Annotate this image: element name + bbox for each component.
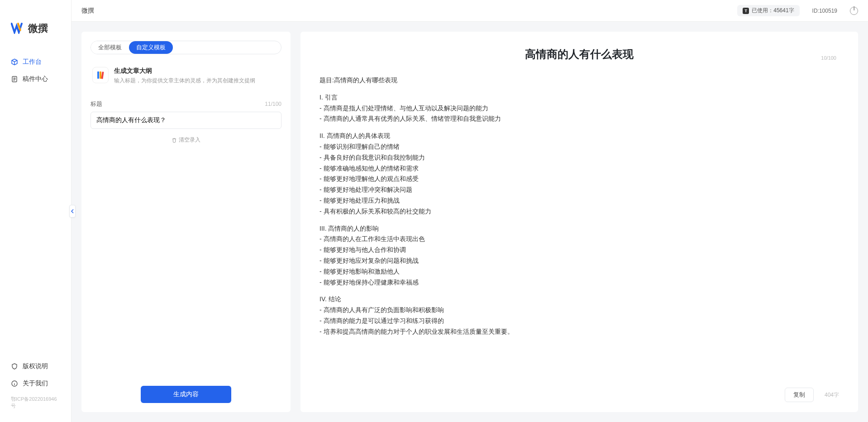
doc-section: III. 高情商的人的影响- 高情商的人在工作和生活中表现出色- 能够更好地与他… — [320, 223, 839, 288]
doc-line: - 能够更好地处理压力和挑战 — [320, 195, 839, 206]
topbar-right: T 已使用：45641字 ID:100519 — [737, 5, 858, 16]
doc-line: - 具有积极的人际关系和较高的社交能力 — [320, 206, 839, 217]
user-id: ID:100519 — [812, 8, 837, 14]
doc-line: - 高情商的能力是可以通过学习和练习获得的 — [320, 316, 839, 327]
nav-item-about[interactable]: 关于我们 — [0, 375, 71, 392]
output-footer: 复制 404字 — [785, 388, 839, 402]
workspace: 全部模板 自定义模板 生成文章大纲 输入标题，为你提供文章主体的灵感，并为其创建… — [72, 22, 868, 422]
nav-label: 版权说明 — [23, 362, 48, 370]
copy-button[interactable]: 复制 — [785, 388, 814, 402]
doc-line: - 能够更好地保持心理健康和幸福感 — [320, 277, 839, 288]
sidebar: 微撰 工作台 稿件中心 版权说明 关于我们 鄂ICP备2022016946号 — [0, 0, 72, 422]
svg-rect-2 — [97, 71, 99, 79]
doc-line: - 能够更好地理解他人的观点和感受 — [320, 174, 839, 185]
title-input[interactable] — [91, 112, 281, 129]
title-input-wrap — [91, 112, 281, 129]
brand-name: 微撰 — [28, 22, 48, 35]
usage-label: 已使用：45641字 — [752, 7, 794, 14]
tool-card: 生成文章大纲 输入标题，为你提供文章主体的灵感，并为其创建推文提纲 — [91, 62, 281, 89]
template-tabs: 全部模板 自定义模板 — [91, 41, 281, 54]
doc-section-heading: I. 引言 — [320, 92, 839, 103]
trash-icon — [172, 138, 177, 143]
doc-icon — [11, 76, 18, 83]
doc-topic-line: 题目:高情商的人有哪些表现 — [320, 75, 839, 86]
doc-line: - 高情商的人具有广泛的负面影响和积极影响 — [320, 305, 839, 316]
doc-section-heading: IV. 结论 — [320, 294, 839, 305]
tool-desc: 输入标题，为你提供文章主体的灵感，并为其创建推文提纲 — [114, 77, 255, 85]
doc-section: I. 引言- 高情商是指人们处理情绪、与他人互动以及解决问题的能力- 高情商的人… — [320, 92, 839, 124]
doc-line: - 能够准确地感知他人的情绪和需求 — [320, 163, 839, 174]
tool-title: 生成文章大纲 — [114, 67, 255, 75]
tab-all-templates[interactable]: 全部模板 — [91, 41, 129, 54]
clear-input-button[interactable]: 清空录入 — [91, 136, 281, 144]
nav-label: 稿件中心 — [23, 75, 48, 83]
doc-section-heading: II. 高情商的人的具体表现 — [320, 131, 839, 142]
nav-item-copyright[interactable]: 版权说明 — [0, 358, 71, 375]
doc-line: - 能够更好地与他人合作和协调 — [320, 245, 839, 256]
nav-item-drafts[interactable]: 稿件中心 — [0, 71, 71, 88]
doc-line: - 具备良好的自我意识和自我控制能力 — [320, 152, 839, 163]
doc-section: IV. 结论- 高情商的人具有广泛的负面影响和积极影响- 高情商的能力是可以通过… — [320, 294, 839, 337]
books-icon — [92, 67, 109, 83]
logo: 微撰 — [0, 9, 71, 53]
doc-line: - 能够更好地影响和激励他人 — [320, 266, 839, 277]
svg-rect-4 — [101, 71, 104, 79]
doc-line: - 能够更好地应对复杂的问题和挑战 — [320, 256, 839, 266]
doc-title: 高情商的人有什么表现 — [320, 47, 839, 62]
main: 微撰 T 已使用：45641字 ID:100519 全部模板 自定义模板 生成文… — [72, 0, 868, 422]
page-title: 微撰 — [81, 7, 94, 15]
title-char-count: 11/100 — [265, 101, 281, 107]
title-field-row: 标题 11/100 — [91, 100, 281, 108]
text-count-icon: T — [743, 8, 749, 14]
info-icon — [11, 380, 18, 387]
generate-row: 生成内容 — [91, 379, 281, 403]
doc-section-heading: III. 高情商的人的影响 — [320, 223, 839, 234]
power-icon[interactable] — [850, 7, 858, 15]
doc-line: - 高情商的人通常具有优秀的人际关系、情绪管理和自我意识能力 — [320, 114, 839, 124]
title-field-label: 标题 — [91, 100, 102, 108]
output-panel: 高情商的人有什么表现 10/100 题目:高情商的人有哪些表现 I. 引言- 高… — [300, 32, 858, 412]
sidebar-collapse-handle[interactable] — [69, 205, 76, 218]
word-count: 404字 — [825, 391, 839, 399]
doc-line: - 高情商是指人们处理情绪、与他人互动以及解决问题的能力 — [320, 103, 839, 114]
shield-icon — [11, 363, 18, 370]
doc-line: - 能够更好地处理冲突和解决问题 — [320, 185, 839, 195]
generate-button[interactable]: 生成内容 — [141, 386, 231, 403]
doc-line: - 高情商的人在工作和生活中表现出色 — [320, 234, 839, 245]
nav-item-workbench[interactable]: 工作台 — [0, 53, 71, 71]
icp-footer: 鄂ICP备2022016946号 — [0, 392, 71, 413]
cube-icon — [11, 58, 18, 66]
clear-label: 清空录入 — [179, 136, 200, 144]
input-panel: 全部模板 自定义模板 生成文章大纲 输入标题，为你提供文章主体的灵感，并为其创建… — [81, 32, 291, 412]
svg-rect-3 — [100, 71, 101, 79]
usage-chip: T 已使用：45641字 — [737, 5, 799, 16]
logo-icon — [11, 22, 25, 35]
nav-label: 工作台 — [23, 58, 42, 66]
doc-title-count: 10/100 — [821, 55, 836, 61]
tab-custom-template[interactable]: 自定义模板 — [129, 41, 173, 54]
doc-body: 题目:高情商的人有哪些表现 I. 引言- 高情商是指人们处理情绪、与他人互动以及… — [320, 75, 839, 337]
topbar: 微撰 T 已使用：45641字 ID:100519 — [72, 0, 868, 22]
doc-line: - 培养和提高高情商的能力对于个人的职业发展和生活质量至关重要。 — [320, 327, 839, 337]
doc-line: - 能够识别和理解自己的情绪 — [320, 142, 839, 152]
sidebar-bottom: 版权说明 关于我们 鄂ICP备2022016946号 — [0, 358, 71, 413]
doc-section: II. 高情商的人的具体表现- 能够识别和理解自己的情绪- 具备良好的自我意识和… — [320, 131, 839, 217]
nav-label: 关于我们 — [23, 379, 48, 388]
